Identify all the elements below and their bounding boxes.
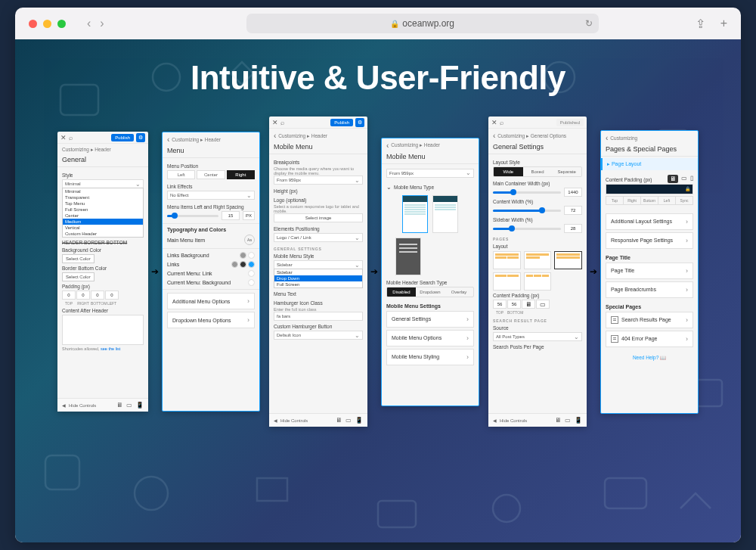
panel-title: General (57, 156, 148, 167)
maximize-dot[interactable] (57, 20, 66, 28)
page-icon (611, 335, 618, 343)
link-effects-select[interactable]: No Effect⌄ (167, 191, 255, 200)
close-dot[interactable] (29, 20, 37, 28)
search-icon[interactable]: ⌕ (280, 119, 284, 126)
url-text: oceanwp.org (402, 18, 454, 29)
opt-medium[interactable]: Medium (63, 219, 143, 225)
pad-left[interactable]: 0 (105, 291, 119, 300)
close-icon[interactable]: ✕ (272, 119, 278, 126)
pad-right[interactable]: 0 (76, 291, 90, 300)
pos-right[interactable]: Right (227, 170, 255, 179)
hide-controls-label[interactable]: Hide Controls (69, 403, 96, 408)
header-border-label: HEADER BORDER BOTTOM (62, 240, 144, 245)
svg-rect-10 (696, 380, 722, 406)
content-after-label: Content After Header (62, 308, 144, 313)
panel-general-settings: ✕ ⌕ Published ‹Customizing ▸ General Opt… (488, 117, 587, 427)
svg-point-5 (135, 477, 168, 510)
new-tab-icon[interactable]: + (720, 17, 727, 31)
panel-general: ✕ ⌕ Publish ⚙ Customizing ▸ Header Gener… (57, 132, 148, 412)
back-icon[interactable]: ‹ (274, 132, 276, 140)
menu-pos-label: Menu Position (167, 163, 255, 169)
elem-pos-select[interactable]: Logo / Cart / Link⌄ (274, 233, 363, 242)
content-after-textarea[interactable] (62, 315, 144, 345)
opt-fullscreen[interactable]: Full Screen (63, 207, 143, 213)
svg-rect-0 (60, 85, 98, 115)
back-icon[interactable]: ‹ (167, 135, 169, 144)
browser-window: ‹ › 🔒 oceanwp.org ↻ ⇪ + Intuitive & User… (15, 8, 741, 542)
panel-mobile-menu-2: ‹Customizing ▸ Header Mobile Menu From 9… (381, 138, 479, 406)
select-image-button[interactable]: Select image (274, 213, 363, 222)
select-color-button-2[interactable]: Select Color (62, 272, 94, 281)
page-icon (611, 316, 618, 324)
breakpoint-select[interactable]: From 959px⌄ (274, 176, 363, 185)
select-color-button[interactable]: Select Color (62, 254, 94, 263)
panel-pages-special: ‹Customizing Pages & Special Pages ▸ Pag… (600, 130, 699, 414)
page-viewport: Intuitive & User-Friendly ✕ ⌕ Publish ⚙ … (15, 39, 741, 542)
custom-ham-select[interactable]: Default Icon⌄ (274, 331, 363, 340)
reload-icon[interactable]: ↻ (585, 18, 593, 29)
desktop-icon[interactable]: 🖥 (116, 402, 122, 409)
breadcrumb: Customizing ▸ Header (57, 144, 148, 156)
link-effects-label: Link Effects (167, 184, 255, 189)
lock-field[interactable]: 🔒 (606, 184, 693, 194)
svg-rect-8 (605, 478, 646, 508)
mock-sidebar[interactable] (402, 195, 428, 233)
close-icon[interactable]: ✕ (491, 119, 497, 126)
spacing-label: Menu Items Left and Right Spacing (167, 204, 255, 210)
svg-point-1 (153, 64, 180, 91)
pos-left[interactable]: Left (167, 170, 195, 179)
border-color-label: Border Bottom Color (62, 266, 144, 271)
font-icon[interactable]: Aa (244, 235, 255, 245)
bg-color-label: Background Color (62, 247, 144, 253)
spacing-slider[interactable] (167, 215, 218, 217)
page-layout-tab[interactable]: ▸ Page Layout (601, 158, 698, 170)
opt-center[interactable]: Center (63, 213, 143, 219)
spacing-value[interactable]: 15 (222, 211, 240, 220)
forward-arrow-icon[interactable]: › (100, 17, 104, 30)
hamburger-input[interactable]: fa bars (274, 312, 363, 321)
gear-icon[interactable]: ⚙ (136, 133, 145, 142)
dropdown-menu-row[interactable]: Dropdown Menu Options› (167, 312, 255, 328)
gear-icon[interactable]: ⚙ (355, 118, 364, 127)
opt-custom[interactable]: Custom Header (63, 231, 143, 237)
close-icon[interactable]: ✕ (60, 134, 67, 141)
back-icon[interactable]: ‹ (386, 141, 389, 150)
share-icon[interactable]: ⇪ (696, 17, 705, 31)
tablet-icon[interactable]: ▭ (126, 402, 132, 409)
search-icon[interactable]: ⌕ (500, 119, 503, 126)
publish-button[interactable]: Publish (330, 119, 353, 126)
pad-top[interactable]: 0 (62, 291, 76, 300)
pos-center[interactable]: Center (197, 170, 225, 179)
mock-dropdown[interactable] (432, 195, 458, 233)
minimize-dot[interactable] (43, 20, 51, 28)
nav-arrows: ‹ › (87, 17, 104, 30)
padding-label: Padding (px) (62, 284, 144, 289)
opt-vertical[interactable]: Vertical (63, 225, 143, 231)
style-label: Style (62, 172, 144, 178)
svg-point-3 (544, 62, 575, 92)
browser-title-bar: ‹ › 🔒 oceanwp.org ↻ ⇪ + (15, 8, 741, 39)
svg-rect-4 (45, 455, 79, 489)
pad-bottom[interactable]: 0 (91, 291, 104, 300)
style-options: Minimal Transparent Top Menu Full Screen… (62, 188, 144, 238)
mock-fullscreen[interactable] (395, 238, 421, 275)
panel-title: Mobile Menu (269, 143, 367, 154)
mobile-icon[interactable]: 📱 (136, 402, 144, 409)
hide-controls-icon[interactable]: ◀ (274, 418, 277, 423)
address-bar[interactable]: 🔒 oceanwp.org ↻ (246, 14, 599, 33)
additional-menu-row[interactable]: Additional Menu Options› (167, 293, 255, 309)
lock-icon: 🔒 (390, 20, 399, 28)
opt-transparent[interactable]: Transparent (63, 194, 143, 200)
hide-controls-icon[interactable]: ◀ (62, 402, 66, 408)
typo-heading: Typography and Colors (167, 227, 255, 232)
top-right-icons: ⇪ + (696, 17, 727, 31)
opt-minimal[interactable]: Minimal (63, 188, 143, 194)
back-arrow-icon[interactable]: ‹ (87, 17, 91, 30)
need-help-link[interactable]: Need Help? 📖 (606, 355, 693, 361)
panel-menu: ‹Customizing ▸ Header Menu Menu Position… (162, 132, 260, 412)
search-icon[interactable]: ⌕ (69, 134, 73, 141)
publish-button[interactable]: Publish (111, 134, 134, 141)
panel-title: Menu (163, 147, 259, 158)
window-controls (29, 20, 66, 28)
opt-topmenu[interactable]: Top Menu (63, 200, 143, 207)
